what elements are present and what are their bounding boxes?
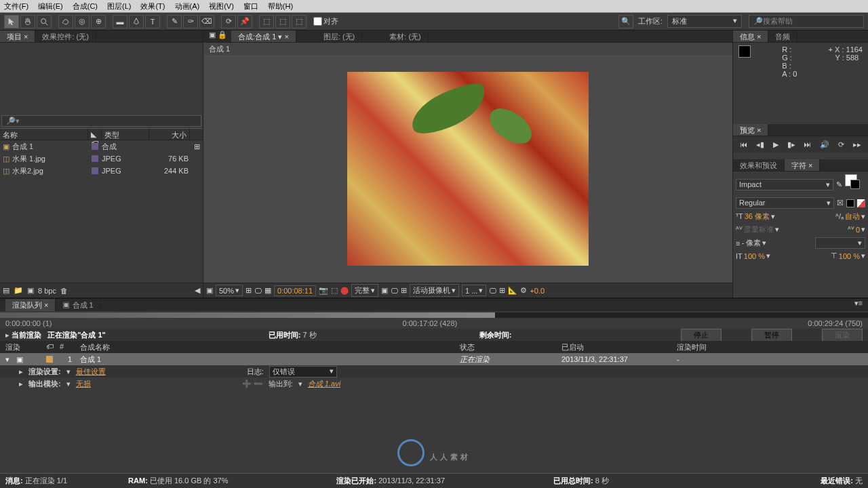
menu-composition[interactable]: 合成(C) <box>73 1 98 12</box>
menu-layer[interactable]: 图层(L) <box>107 1 131 12</box>
header-name[interactable]: 名称 <box>0 129 88 140</box>
tab-timeline-comp[interactable]: ▣ 合成 1 <box>56 299 100 311</box>
header-num[interactable]: # <box>60 341 80 353</box>
bpc-button[interactable]: 8 bpc <box>38 287 56 295</box>
tab-layer[interactable]: 图层: (无) <box>317 30 362 42</box>
search-icon[interactable]: 🔍 <box>618 15 633 28</box>
channel-icon[interactable]: ⬤ <box>340 286 349 295</box>
stroke-color[interactable] <box>850 180 860 189</box>
header-size[interactable]: 大小 <box>149 129 190 140</box>
flowchart-icon[interactable]: ⊞ <box>194 142 200 151</box>
selection-tool[interactable] <box>4 15 19 28</box>
tab-project[interactable]: 项目 × <box>0 30 35 42</box>
axis-world[interactable]: ⬚ <box>275 15 290 28</box>
panel-menu-icon[interactable]: ▾≡ <box>854 299 863 311</box>
safe-zones-icon[interactable]: 🖵 <box>254 287 262 295</box>
font-select[interactable]: Impact▾ <box>736 179 833 190</box>
project-item[interactable]: ◫ 水果2.jpg JPEG 244 KB <box>0 165 203 177</box>
camera-tool[interactable]: ◎ <box>75 15 90 28</box>
header-rendertime[interactable]: 渲染时间 <box>677 341 707 353</box>
project-item[interactable]: ◫ 水果 1.jpg JPEG 76 KB <box>0 152 203 165</box>
zoom-tool[interactable] <box>37 15 52 28</box>
tab-info[interactable]: 信息 × <box>733 30 768 42</box>
menu-animation[interactable]: 动画(A) <box>175 1 200 12</box>
kerning[interactable]: 度量标准 <box>744 224 774 235</box>
stop-button[interactable]: 停止 <box>681 329 722 342</box>
tab-comp[interactable]: 合成:合成 1 ▾ × <box>231 30 296 42</box>
tab-render-queue[interactable]: 渲染队列 × <box>5 299 56 311</box>
eyedropper-icon[interactable]: ✎ <box>836 180 842 189</box>
first-frame-icon[interactable]: ⏮ <box>740 140 747 148</box>
project-search[interactable]: 🔎▾ <box>1 115 201 127</box>
interpret-icon[interactable]: ▤ <box>3 286 9 295</box>
next-frame-icon[interactable]: ▮▸ <box>787 140 795 149</box>
render-settings-link[interactable]: 最佳设置 <box>76 367 106 377</box>
folder-icon[interactable]: 📁 <box>14 286 23 295</box>
text-tool[interactable]: T <box>145 15 160 28</box>
workspace-select[interactable]: 标准▾ <box>667 15 742 28</box>
output-module-link[interactable]: 无损 <box>76 379 91 389</box>
views-select[interactable]: 1 ...▾ <box>462 285 486 296</box>
axis-local[interactable]: ⬚ <box>259 15 274 28</box>
leading[interactable]: 自动 <box>845 211 860 222</box>
menu-edit[interactable]: 编辑(E) <box>38 1 63 12</box>
resolution-icon[interactable]: ⊞ <box>245 286 252 295</box>
menu-effect[interactable]: 效果(T) <box>140 1 165 12</box>
snapshot-icon[interactable]: 📷 <box>319 286 328 295</box>
prev-frame-icon[interactable]: ◂▮ <box>756 140 764 149</box>
time-display[interactable]: 0:00:08:11 <box>274 285 316 296</box>
header-type[interactable]: 类型 <box>102 129 149 140</box>
menu-window[interactable]: 窗口 <box>243 1 258 12</box>
header-compname[interactable]: 合成名称 <box>80 341 460 353</box>
no-stroke-icon[interactable]: ☒ <box>837 199 844 207</box>
camera-select[interactable]: 活动摄像机▾ <box>410 284 459 297</box>
item-tag[interactable] <box>88 167 102 174</box>
exposure-value[interactable]: +0.0 <box>530 287 545 295</box>
mute-icon[interactable]: 🔊 <box>820 140 829 149</box>
header-render[interactable]: 渲染 <box>5 341 46 353</box>
item-tag[interactable] <box>88 155 102 162</box>
lock-icon[interactable]: ▣ 🔒 <box>209 30 227 42</box>
font-style-select[interactable]: Regular▾ <box>736 197 834 209</box>
menu-file[interactable]: 文件(F) <box>4 1 28 12</box>
header-tag[interactable]: ◣ 🏷 <box>88 129 102 140</box>
viewer[interactable] <box>203 55 732 283</box>
menu-view[interactable]: 视图(V) <box>209 1 234 12</box>
rotate-tool[interactable] <box>58 15 73 28</box>
search-help-input[interactable]: 🔎 搜索帮助 <box>749 15 864 28</box>
output-file-link[interactable]: 合成 1.avi <box>308 379 340 389</box>
menu-help[interactable]: 帮助(H) <box>268 1 293 12</box>
clone-tool[interactable]: ✑ <box>183 15 198 28</box>
tab-preview[interactable]: 预览 × <box>733 124 768 136</box>
always-preview-icon[interactable]: ▣ <box>206 286 213 295</box>
tab-audio[interactable]: 音频 <box>768 30 797 42</box>
pause-button[interactable]: 暂停 <box>751 329 792 342</box>
log-select[interactable]: 仅错误▾ <box>269 366 337 378</box>
grid-icon[interactable]: ▦ <box>264 286 271 295</box>
anchor-tool[interactable]: ⊕ <box>91 15 106 28</box>
rectangle-tool[interactable]: ▬ <box>113 15 127 28</box>
hscale[interactable]: 100 % <box>839 252 860 260</box>
comp-new-icon[interactable]: ▣ <box>27 286 34 295</box>
quality-select[interactable]: 完整▾ <box>351 284 378 297</box>
play-icon[interactable]: ▶ <box>773 140 778 149</box>
brush-tool[interactable]: ✎ <box>167 15 182 28</box>
item-tag[interactable] <box>88 143 102 150</box>
tab-effect-controls[interactable]: 效果控件: (无) <box>35 30 96 42</box>
render-queue-item[interactable]: ▾ ▣ 1 合成 1 正在渲染 2013/11/3, 22:31:37 - <box>0 353 868 365</box>
roto-tool[interactable]: ⟳ <box>221 15 236 28</box>
pen-tool[interactable] <box>129 15 144 28</box>
stroke-width[interactable]: - 像素 <box>741 238 761 248</box>
tab-effects-presets[interactable]: 效果和预设 <box>733 159 785 171</box>
tab-character[interactable]: 字符 × <box>785 159 820 171</box>
scroll-left-icon[interactable]: ◀ <box>195 286 200 295</box>
align-checkbox[interactable] <box>313 17 322 26</box>
trash-icon[interactable]: 🗑 <box>60 287 68 295</box>
ram-preview-icon[interactable]: ▸▸ <box>853 140 861 149</box>
vscale[interactable]: 100 % <box>744 252 765 260</box>
last-frame-icon[interactable]: ⏭ <box>804 140 811 148</box>
eraser-tool[interactable]: ⌫ <box>199 15 214 28</box>
zoom-select[interactable]: 50%▾ <box>216 285 243 296</box>
header-status[interactable]: 状态 <box>460 341 561 353</box>
stroke-style[interactable]: ▾ <box>815 237 865 249</box>
